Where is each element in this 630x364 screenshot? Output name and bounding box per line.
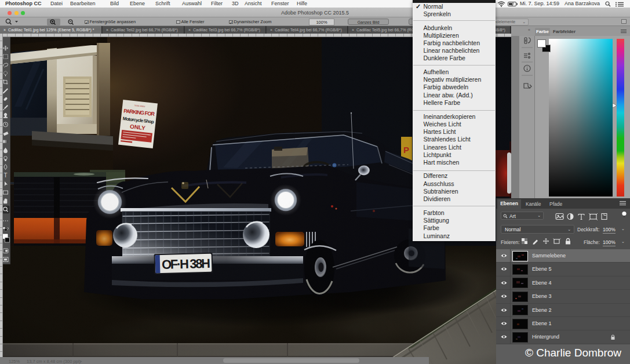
svg-text:T: T — [3, 172, 7, 179]
